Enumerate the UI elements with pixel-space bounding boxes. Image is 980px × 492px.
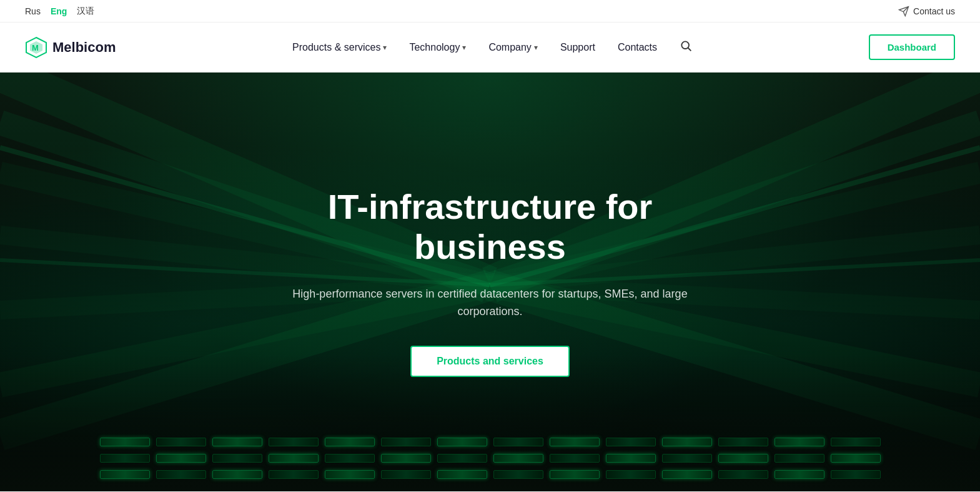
logo[interactable]: M Melbicom: [25, 36, 116, 59]
rack-unit: [718, 438, 768, 446]
language-switcher: Rus Eng 汉语: [25, 6, 94, 17]
rack-unit: [381, 454, 431, 463]
chevron-down-icon: ▾: [383, 43, 387, 52]
lang-rus[interactable]: Rus: [25, 6, 41, 16]
rack-unit: [100, 454, 150, 463]
hero-title: IT-infrastructure for business: [272, 187, 709, 268]
rack-unit: [831, 438, 881, 446]
chevron-down-icon: ▾: [462, 43, 466, 52]
nav-technology[interactable]: Technology ▾: [409, 42, 466, 53]
contact-us-label: Contact us: [913, 6, 955, 16]
rack-unit: [437, 470, 487, 479]
rack-rows: [0, 438, 980, 479]
rack-unit: [269, 470, 319, 479]
rack-unit: [269, 438, 319, 446]
rack-unit: [831, 470, 881, 479]
rack-unit: [325, 470, 375, 479]
rack-unit: [100, 438, 150, 446]
hero-subtitle: High-performance servers in certified da…: [272, 285, 709, 321]
hero-section: IT-infrastructure for business High-perf…: [0, 73, 980, 491]
rack-unit: [212, 454, 262, 463]
nav-technology-label: Technology: [409, 42, 460, 53]
rack-unit: [156, 470, 206, 479]
rack-unit: [550, 454, 600, 463]
rack-unit: [718, 470, 768, 479]
svg-point-5: [681, 41, 689, 49]
rack-unit: [718, 454, 768, 463]
rack-unit: [212, 438, 262, 446]
rack-unit: [606, 470, 656, 479]
rack-unit: [156, 454, 206, 463]
nav-company[interactable]: Company ▾: [488, 42, 537, 53]
rack-unit: [831, 454, 881, 463]
rack-unit: [325, 438, 375, 446]
rack-unit: [662, 438, 712, 446]
svg-line-6: [688, 48, 691, 51]
rack-unit: [381, 438, 431, 446]
nav-support-label: Support: [560, 42, 595, 53]
rack-unit: [381, 470, 431, 479]
logo-text: Melbicom: [52, 39, 116, 56]
rack-unit: [606, 438, 656, 446]
rack-unit: [775, 438, 824, 446]
rack-unit: [775, 470, 824, 479]
rack-unit: [493, 454, 543, 463]
lang-zh[interactable]: 汉语: [77, 6, 94, 17]
rack-unit: [269, 454, 319, 463]
rack-unit: [212, 470, 262, 479]
rack-unit: [662, 454, 712, 463]
rack-unit: [493, 438, 543, 446]
rack-unit: [775, 454, 824, 463]
nav-support[interactable]: Support: [560, 42, 595, 53]
nav-contacts-label: Contacts: [618, 42, 657, 53]
rack-unit: [550, 470, 600, 479]
nav-products-services[interactable]: Products & services ▾: [292, 42, 387, 53]
rack-unit: [662, 470, 712, 479]
rack-row-3: [25, 470, 955, 479]
telegram-icon: [898, 6, 909, 17]
svg-text:M: M: [32, 43, 39, 53]
search-button[interactable]: [680, 39, 692, 55]
nav-company-label: Company: [488, 42, 531, 53]
logo-icon: M: [25, 36, 47, 59]
rack-row-1: [25, 438, 955, 446]
contact-us-link[interactable]: Contact us: [898, 6, 955, 17]
rack-row-2: [25, 454, 955, 463]
hero-cta-button[interactable]: Products and services: [410, 346, 570, 377]
nav-products-services-label: Products & services: [292, 42, 380, 53]
lang-eng[interactable]: Eng: [51, 6, 67, 16]
rack-unit: [606, 454, 656, 463]
top-bar: Rus Eng 汉语 Contact us: [0, 0, 980, 23]
chevron-down-icon: ▾: [534, 43, 538, 52]
rack-unit: [100, 470, 150, 479]
main-header: M Melbicom Products & services ▾ Technol…: [0, 23, 980, 73]
dashboard-button[interactable]: Dashboard: [869, 34, 955, 60]
nav-contacts[interactable]: Contacts: [618, 42, 657, 53]
hero-content: IT-infrastructure for business High-perf…: [272, 187, 709, 377]
rack-unit: [156, 438, 206, 446]
rack-unit: [437, 454, 487, 463]
rack-unit: [550, 438, 600, 446]
main-nav: Products & services ▾ Technology ▾ Compa…: [292, 39, 692, 55]
rack-unit: [325, 454, 375, 463]
search-icon: [680, 39, 692, 52]
rack-unit: [493, 470, 543, 479]
rack-unit: [437, 438, 487, 446]
